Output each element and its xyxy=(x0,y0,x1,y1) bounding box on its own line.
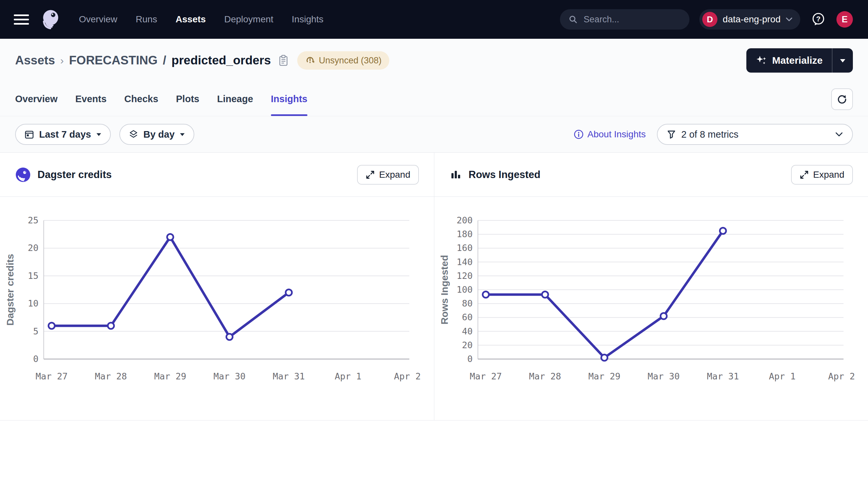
deployment-initial-badge: D xyxy=(702,12,717,27)
time-range-dropdown[interactable]: Last 7 days xyxy=(15,124,111,145)
refresh-icon xyxy=(837,94,847,105)
calendar-icon xyxy=(24,129,34,139)
metrics-filter-select[interactable]: 2 of 8 metrics xyxy=(657,124,853,145)
svg-text:10: 10 xyxy=(28,298,38,309)
deployment-name: data-eng-prod xyxy=(723,14,780,25)
layers-icon xyxy=(129,129,138,139)
svg-text:Mar 30: Mar 30 xyxy=(648,371,680,381)
svg-text:Mar 29: Mar 29 xyxy=(154,371,187,381)
svg-text:0: 0 xyxy=(33,354,38,364)
asset-header-row: Assets › FORECASTING / predicted_orders … xyxy=(0,39,868,82)
help-icon[interactable]: ? xyxy=(810,11,827,28)
nav-item-runs[interactable]: Runs xyxy=(136,14,157,25)
dagster-logo-icon[interactable] xyxy=(39,8,62,31)
metrics-filter-label: 2 of 8 metrics xyxy=(681,129,739,140)
clipboard-icon[interactable] xyxy=(278,54,289,66)
svg-text:Apr 1: Apr 1 xyxy=(335,371,361,381)
nav-item-deployment[interactable]: Deployment xyxy=(224,14,273,25)
svg-text:Mar 27: Mar 27 xyxy=(36,371,68,381)
nav-item-overview[interactable]: Overview xyxy=(79,14,117,25)
dagster-credits-icon xyxy=(15,167,31,183)
svg-text:140: 140 xyxy=(457,257,473,267)
svg-text:Mar 27: Mar 27 xyxy=(470,371,502,381)
svg-text:Rows Ingested: Rows Ingested xyxy=(439,255,450,325)
funnel-icon xyxy=(667,130,676,139)
sparkle-icon xyxy=(755,54,767,66)
svg-text:0: 0 xyxy=(467,354,472,364)
tab-plots[interactable]: Plots xyxy=(176,82,199,116)
svg-text:180: 180 xyxy=(457,229,473,239)
materialize-dropdown-button[interactable] xyxy=(832,48,853,73)
insights-charts-section: Dagster credits Expand 0510152025Mar 27M… xyxy=(0,153,868,420)
breadcrumb-assets-link[interactable]: Assets xyxy=(15,54,55,67)
svg-text:60: 60 xyxy=(462,312,473,322)
breadcrumb-group-link[interactable]: FORECASTING xyxy=(69,54,157,67)
svg-text:100: 100 xyxy=(457,285,473,294)
tab-overview[interactable]: Overview xyxy=(15,82,58,116)
expand-button[interactable]: Expand xyxy=(357,165,419,185)
sync-warning-icon xyxy=(305,55,315,65)
caret-down-icon xyxy=(839,58,846,63)
breadcrumb: Assets › FORECASTING / predicted_orders xyxy=(15,54,289,67)
user-avatar[interactable]: E xyxy=(837,11,853,28)
svg-text:25: 25 xyxy=(28,215,38,225)
tab-insights[interactable]: Insights xyxy=(271,82,307,116)
chart-title: Rows Ingested xyxy=(469,169,540,181)
svg-text:120: 120 xyxy=(457,271,473,281)
svg-text:?: ? xyxy=(816,15,820,23)
granularity-dropdown[interactable]: By day xyxy=(119,124,194,145)
svg-text:80: 80 xyxy=(462,298,473,309)
svg-text:Apr 1: Apr 1 xyxy=(769,371,796,381)
breadcrumb-slash: / xyxy=(163,54,166,67)
chevron-down-icon xyxy=(786,17,792,22)
primary-nav: Overview Runs Assets Deployment Insights xyxy=(79,14,323,25)
chart-panel-rows-ingested: Rows Ingested Expand 0204060801001201401… xyxy=(434,153,868,420)
caret-down-icon xyxy=(179,133,185,136)
svg-text:40: 40 xyxy=(462,326,473,336)
tab-events[interactable]: Events xyxy=(75,82,106,116)
expand-button[interactable]: Expand xyxy=(791,165,853,185)
chevron-down-icon xyxy=(835,132,843,137)
breadcrumb-separator: › xyxy=(60,54,64,67)
chart-panel-dagster-credits: Dagster credits Expand 0510152025Mar 27M… xyxy=(0,153,434,420)
svg-text:160: 160 xyxy=(457,243,473,253)
top-navigation-bar: Overview Runs Assets Deployment Insights… xyxy=(0,0,868,39)
menu-icon[interactable] xyxy=(14,14,29,25)
materialize-button[interactable]: Materialize xyxy=(746,48,832,73)
materialize-button-group: Materialize xyxy=(746,48,853,73)
svg-text:20: 20 xyxy=(28,243,38,253)
search-input-container[interactable]: / xyxy=(560,9,689,29)
line-chart-dagster-credits[interactable]: 0510152025Mar 27Mar 28Mar 29Mar 30Mar 31… xyxy=(0,197,434,420)
granularity-label: By day xyxy=(143,129,175,140)
svg-text:Mar 28: Mar 28 xyxy=(529,371,561,381)
search-input[interactable] xyxy=(583,14,701,25)
page-title: predicted_orders xyxy=(171,54,271,67)
expand-label: Expand xyxy=(379,170,410,180)
time-range-label: Last 7 days xyxy=(39,129,91,140)
materialize-label: Materialize xyxy=(772,55,822,66)
svg-text:Apr 2: Apr 2 xyxy=(828,371,855,381)
svg-text:Dagster credits: Dagster credits xyxy=(4,254,15,326)
about-insights-label: About Insights xyxy=(588,129,646,140)
deployment-switcher[interactable]: D data-eng-prod xyxy=(699,9,800,29)
chart-title: Dagster credits xyxy=(38,169,112,181)
line-chart-rows-ingested[interactable]: 020406080100120140160180200Mar 27Mar 28M… xyxy=(434,197,868,420)
expand-icon xyxy=(800,170,809,179)
status-badge-label: Unsynced (308) xyxy=(319,55,382,66)
nav-item-assets[interactable]: Assets xyxy=(176,14,206,25)
info-icon xyxy=(574,129,584,139)
svg-text:Apr 2: Apr 2 xyxy=(394,371,421,381)
caret-down-icon xyxy=(96,133,102,136)
svg-text:15: 15 xyxy=(28,271,38,281)
svg-text:20: 20 xyxy=(462,340,473,350)
refresh-button[interactable] xyxy=(831,88,853,110)
svg-text:Mar 29: Mar 29 xyxy=(588,371,621,381)
search-icon xyxy=(569,15,578,24)
tab-lineage[interactable]: Lineage xyxy=(217,82,253,116)
svg-text:Mar 30: Mar 30 xyxy=(213,371,246,381)
about-insights-link[interactable]: About Insights xyxy=(574,129,646,140)
nav-item-insights[interactable]: Insights xyxy=(292,14,323,25)
expand-icon xyxy=(366,170,375,179)
tab-checks[interactable]: Checks xyxy=(124,82,158,116)
status-badge[interactable]: Unsynced (308) xyxy=(297,51,390,70)
